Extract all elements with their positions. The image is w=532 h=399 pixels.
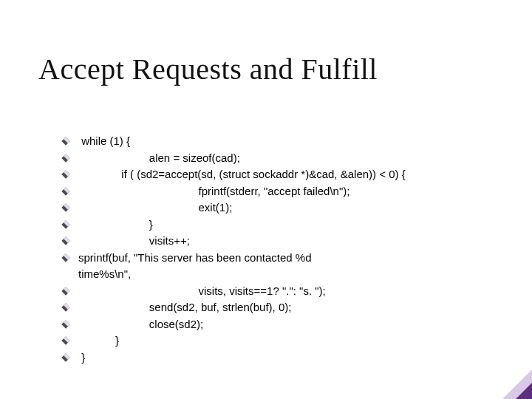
code-text: fprintf(stderr, "accept failed\n");: [78, 183, 510, 200]
slide-body: while (1) { alen = sizeof(cad); if ( (sd…: [59, 133, 510, 366]
code-text: alen = sizeof(cad);: [78, 150, 510, 167]
diamond-bullet-icon: [59, 218, 72, 231]
code-line: visits, visits==1? ".": "s. ");: [59, 283, 510, 300]
code-line: while (1) {: [59, 133, 510, 150]
diamond-bullet-icon: [59, 334, 72, 347]
code-text: exit(1);: [78, 200, 510, 216]
code-line: send(sd2, buf, strlen(buf), 0);: [59, 299, 510, 316]
code-line: }: [59, 332, 510, 349]
diamond-bullet-icon: [59, 151, 72, 165]
code-text: sprintf(buf, "This server has been conta…: [78, 250, 510, 267]
diamond-bullet-icon: [59, 251, 72, 265]
diamond-bullet-icon: [59, 185, 72, 198]
code-line: if ( (sd2=accept(sd, (struct sockaddr *)…: [59, 166, 510, 183]
slide-title: Accept Requests and Fulfill: [38, 52, 378, 86]
code-text: visits, visits==1? ".": "s. ");: [78, 283, 510, 300]
diamond-bullet-icon: [59, 284, 72, 298]
code-text: }: [78, 332, 510, 349]
code-line: visits++;: [59, 233, 510, 250]
code-line: fprintf(stderr, "accept failed\n");: [59, 183, 510, 200]
page-curl-icon: [502, 369, 532, 399]
code-line: exit(1);: [59, 200, 510, 216]
diamond-bullet-icon: [59, 301, 72, 314]
code-text: if ( (sd2=accept(sd, (struct sockaddr *)…: [78, 166, 510, 183]
diamond-bullet-icon: [59, 168, 72, 181]
code-text: visits++;: [78, 233, 510, 250]
code-text: }: [78, 216, 510, 233]
code-line: time%s\n",: [59, 266, 510, 283]
code-text: time%s\n",: [78, 266, 510, 283]
diamond-bullet-icon: [59, 134, 72, 148]
code-line: close(sd2);: [59, 316, 510, 333]
diamond-bullet-icon: [59, 318, 72, 331]
code-text: send(sd2, buf, strlen(buf), 0);: [78, 299, 510, 316]
code-text: while (1) {: [78, 133, 510, 150]
code-text: close(sd2);: [78, 316, 510, 333]
code-line: }: [59, 216, 510, 233]
diamond-bullet-icon: [59, 351, 72, 364]
diamond-bullet-icon: [59, 201, 72, 214]
code-line: alen = sizeof(cad);: [59, 150, 510, 167]
diamond-bullet-icon: [59, 234, 72, 248]
code-text: }: [78, 349, 510, 366]
code-line: }: [59, 349, 510, 366]
slide: Accept Requests and Fulfill while (1) { …: [0, 0, 532, 399]
code-line: sprintf(buf, "This server has been conta…: [59, 250, 510, 267]
